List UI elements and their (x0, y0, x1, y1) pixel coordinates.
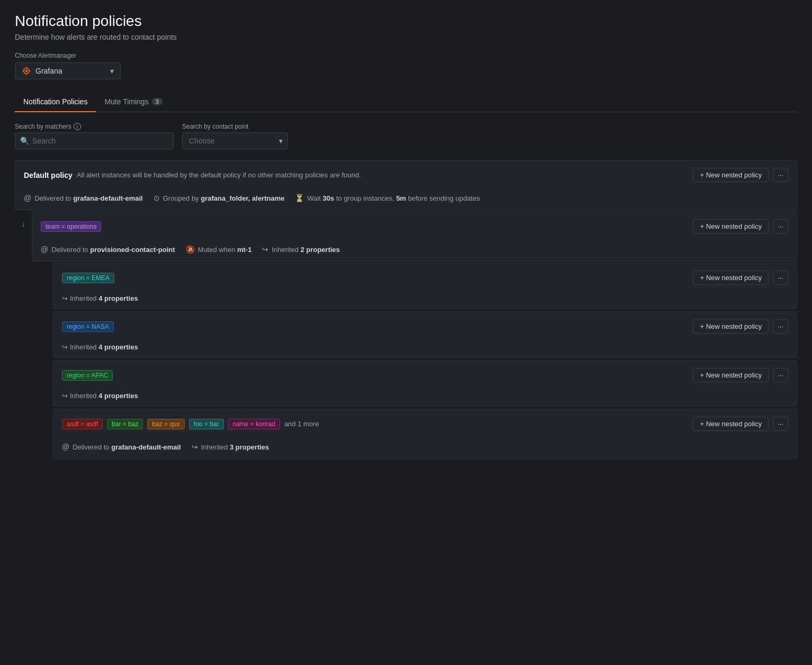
tab-mute-timings-label: Mute Timings (104, 97, 148, 106)
contact-search-group: Search by contact point Choose ▾ (182, 123, 288, 149)
team-operations-details: @ Delivered to provisioned-contact-point… (32, 241, 797, 261)
search-icon: 🔍 (20, 137, 29, 145)
tag-name-konrad: name = konrad (228, 419, 280, 429)
at-icon: @ (24, 194, 31, 202)
default-policy-label: Default policy (24, 171, 73, 179)
multi-tag-details: @ Delivered to grafana-default-email ↪ I… (53, 438, 797, 459)
default-policy-wait: ⏳ Wait 30s to group instances, 5m before… (295, 194, 480, 202)
matchers-search-input[interactable] (15, 132, 174, 149)
at-icon-2: @ (41, 245, 48, 254)
team-operations-delivered: @ Delivered to provisioned-contact-point (41, 245, 175, 254)
default-policy-wait-val: 30s (323, 194, 335, 202)
region-apac-header: region = APAC + New nested policy ··· (53, 361, 797, 390)
default-policy-before-sending: 5m (396, 194, 406, 202)
region-nasa-more-button[interactable]: ··· (773, 319, 788, 334)
default-policy-details: @ Delivered to grafana-default-email ⊙ G… (15, 190, 797, 210)
default-policy-header-left: Default policy All alert instances will … (24, 171, 693, 179)
region-emea-actions: + New nested policy ··· (693, 271, 788, 285)
default-policy-header: Default policy All alert instances will … (15, 160, 797, 190)
collapse-arrow-icon[interactable]: ↓ (18, 220, 29, 228)
default-policy-actions: + New nested policy ··· (693, 168, 788, 182)
region-nasa-actions: + New nested policy ··· (693, 319, 788, 334)
multi-tag-more-button[interactable]: ··· (773, 417, 788, 431)
search-row: Search by matchers i 🔍 Search by contact… (15, 123, 797, 149)
more-tags-label: and 1 more (284, 420, 319, 428)
region-nasa-new-nested-button[interactable]: + New nested policy (693, 319, 769, 334)
grafana-logo-icon (22, 66, 31, 76)
chevron-down-icon: ▾ (110, 67, 114, 75)
multi-tag-inherited: ↪ Inherited 3 properties (192, 443, 269, 451)
default-policy-contact: grafana-default-email (73, 194, 142, 202)
region-apac-more-button[interactable]: ··· (773, 368, 788, 382)
contact-label: Search by contact point (182, 123, 288, 130)
default-policy-block: Default policy All alert instances will … (15, 160, 797, 210)
region-emea-inherited: ↪ Inherited 4 properties (53, 292, 797, 309)
svg-point-2 (25, 70, 28, 73)
mute-icon: 🔕 (186, 245, 195, 254)
at-icon-3: @ (62, 443, 69, 451)
default-policy-new-nested-button[interactable]: + New nested policy (693, 168, 769, 182)
team-operations-wrapper: ↓ team = operations + New nested policy … (15, 211, 797, 460)
alertmanager-value: Grafana (35, 67, 62, 75)
region-nasa-tags: region = NASA (62, 321, 693, 332)
multi-tag-actions: + New nested policy ··· (693, 417, 788, 431)
inherit-icon: ↪ (262, 245, 268, 254)
region-nasa-block: region = NASA + New nested policy ··· ↪ … (53, 311, 797, 358)
region-emea-block: region = EMEA + New nested policy ··· ↪ … (53, 263, 797, 309)
team-operations-mute-val: mt-1 (237, 246, 251, 254)
team-operations-new-nested-button[interactable]: + New nested policy (693, 219, 769, 233)
team-operations-header: team = operations + New nested policy ··… (32, 212, 797, 241)
inherit-icon-2: ↪ (192, 443, 198, 451)
matchers-search-group: Search by matchers i 🔍 (15, 123, 174, 149)
tabs-bar: Notification Policies Mute Timings 3 (15, 92, 797, 112)
mute-timings-badge: 3 (152, 98, 163, 105)
team-operations-contact: provisioned-contact-point (90, 246, 175, 254)
default-policy-more-button[interactable]: ··· (773, 168, 788, 182)
multi-tag-inherited-val: 3 properties (230, 443, 269, 451)
region-emea-new-nested-button[interactable]: + New nested policy (693, 271, 769, 285)
region-emea-more-button[interactable]: ··· (773, 271, 788, 285)
alertmanager-label: Choose Alertmanager (15, 52, 797, 59)
region-nasa-header: region = NASA + New nested policy ··· (53, 312, 797, 341)
team-operations-inherited: ↪ Inherited 2 properties (262, 245, 340, 254)
team-operations-actions: + New nested policy ··· (693, 219, 788, 233)
tag-region-nasa: region = NASA (62, 321, 114, 332)
multi-tag-block: asdf = asdf bar = baz baz = qux foo = ba… (53, 409, 797, 459)
tab-mute-timings[interactable]: Mute Timings 3 (96, 92, 170, 112)
tag-bar-baz: bar = baz (107, 419, 143, 429)
contact-point-select[interactable]: Choose (182, 132, 288, 149)
team-operations-inherited-val: 2 properties (301, 246, 340, 254)
default-policy-delivered: @ Delivered to grafana-default-email (24, 194, 143, 202)
nested-policies-container: region = EMEA + New nested policy ··· ↪ … (53, 263, 797, 460)
multi-tag-tags: asdf = asdf bar = baz baz = qux foo = ba… (62, 419, 693, 429)
team-operations-muted: 🔕 Muted when mt-1 (186, 245, 252, 254)
region-apac-tags: region = APAC (62, 370, 693, 381)
tag-team-operations: team = operations (41, 221, 101, 232)
policies-container: Default policy All alert instances will … (15, 160, 797, 460)
alertmanager-section: Choose Alertmanager Grafana ▾ (15, 52, 797, 79)
region-apac-actions: + New nested policy ··· (693, 368, 788, 382)
matchers-info-icon[interactable]: i (74, 123, 81, 130)
region-apac-new-nested-button[interactable]: + New nested policy (693, 368, 769, 382)
inherit-arrow-icon: ↪ (62, 294, 68, 302)
region-emea-tags: region = EMEA (62, 273, 693, 283)
group-icon: ⊙ (154, 194, 160, 202)
tag-asdf: asdf = asdf (62, 419, 103, 429)
tag-region-emea: region = EMEA (62, 273, 114, 283)
tag-region-apac: region = APAC (62, 370, 113, 381)
tag-baz-qux: baz = qux (147, 419, 184, 429)
region-emea-header: region = EMEA + New nested policy ··· (53, 263, 797, 292)
inherit-arrow-icon-3: ↪ (62, 392, 68, 400)
default-policy-grouped: ⊙ Grouped by grafana_folder, alertname (154, 194, 285, 202)
contact-select-wrapper: Choose ▾ (182, 132, 288, 149)
timer-icon: ⏳ (295, 194, 304, 202)
tag-foo-bar: foo = bar (189, 419, 224, 429)
inherit-arrow-icon-2: ↪ (62, 343, 68, 351)
alertmanager-select[interactable]: Grafana ▾ (15, 62, 121, 79)
multi-tag-new-nested-button[interactable]: + New nested policy (693, 417, 769, 431)
region-nasa-inherited: ↪ Inherited 4 properties (53, 341, 797, 357)
default-policy-description: All alert instances will be handled by t… (77, 171, 361, 179)
team-operations-more-button[interactable]: ··· (773, 219, 788, 233)
tab-notification-policies-label: Notification Policies (23, 97, 87, 106)
tab-notification-policies[interactable]: Notification Policies (15, 92, 96, 112)
